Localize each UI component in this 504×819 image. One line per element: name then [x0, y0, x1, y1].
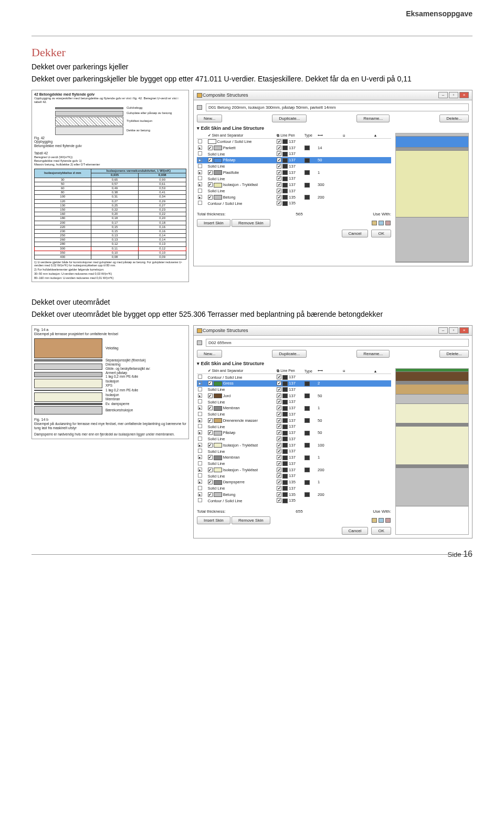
dlg2-title: Composite Structures	[203, 328, 248, 333]
cancel-button[interactable]: Cancel	[342, 527, 369, 535]
table-row[interactable]: ▸✔ Jord✔ 13750	[197, 393, 391, 399]
table-row[interactable]: ▸✔ Gress✔ 1372	[197, 380, 391, 387]
wall-icon[interactable]	[372, 221, 377, 225]
table-row[interactable]: ▸✔ Betong✔ 135200	[197, 492, 391, 498]
structure-selector-2[interactable]: D02 655mm	[206, 339, 469, 347]
book-icon	[197, 328, 202, 333]
roof-icon[interactable]	[385, 221, 391, 225]
wall-icon[interactable]	[372, 518, 377, 523]
table-row[interactable]: Contour / Solid Line✔ 137	[197, 374, 391, 381]
table-row[interactable]: ▸✔ Parkett✔ 13714	[197, 145, 391, 151]
preview-1	[395, 133, 469, 263]
table-row[interactable]: ▸✔ Påstøp✔ 13750	[197, 430, 391, 436]
table-row[interactable]: Solid Line✔ 137	[197, 485, 391, 492]
maximize-icon[interactable]: ▫	[449, 92, 458, 98]
rule-bottom	[32, 554, 472, 555]
thickness-label: Total thickness:	[197, 509, 226, 514]
col-skin: Skin and Separator	[212, 369, 243, 372]
minimize-icon[interactable]: –	[438, 327, 448, 334]
table-row[interactable]: ▸✔ Isolasjon - Trykkfast✔ 137100	[197, 442, 391, 449]
edit-skin-label: Edit Skin and Line Structure	[201, 361, 265, 366]
table-row[interactable]: ▸✔ Drenerende masser✔ 13750	[197, 418, 391, 424]
maximize-icon[interactable]: ▫	[449, 327, 458, 334]
dialog-2: Composite Structures – ▫ × D02 655mm New…	[193, 325, 472, 538]
fig42-panel: 42 Betongdekke med flytende golv Oppbygg…	[32, 90, 189, 283]
table-row[interactable]: ▸✔ Dampsperre✔ 1351	[197, 479, 391, 485]
slab-icon[interactable]	[379, 518, 384, 523]
table-row[interactable]: ▸✔ Membran✔ 1371	[197, 454, 391, 461]
subheading-1: Dekket over parkerings kjeller	[32, 63, 472, 71]
slab-icon[interactable]	[379, 221, 384, 225]
new-button[interactable]: New...	[197, 350, 222, 358]
layers-icon	[197, 340, 202, 345]
table-row[interactable]: Contour / Solid Line✔ 137	[197, 138, 391, 145]
ok-button[interactable]: OK	[371, 527, 391, 535]
usewith-label: Use With:	[373, 212, 391, 216]
table-row[interactable]: Solid Line✔ 137	[197, 423, 391, 430]
duplicate-button[interactable]: Duplicate...	[272, 115, 307, 122]
col-skin: Skin and Separator	[212, 133, 243, 137]
col-type: Type	[303, 133, 317, 139]
table-row[interactable]: ▸✔ Påstøp✔ 13750	[197, 157, 391, 163]
table-row[interactable]: Solid Line✔ 137	[197, 151, 391, 157]
close-icon[interactable]: ×	[459, 92, 469, 98]
roof-icon[interactable]	[385, 518, 391, 523]
fig14a-desc: Eksempel på terrasse prosjektert for omf…	[34, 332, 186, 336]
rule-top	[32, 36, 472, 36]
new-button[interactable]: New...	[197, 115, 222, 122]
table-row[interactable]: ▸✔ Betong✔ 135200	[197, 194, 391, 201]
insert-skin-button[interactable]: Insert Skin	[197, 219, 230, 227]
table-row[interactable]: Contour / Solid Line✔ 135	[197, 200, 391, 206]
insert-skin-button[interactable]: Insert Skin	[197, 516, 230, 524]
table-row[interactable]: Solid Line✔ 137	[197, 387, 391, 393]
th-0035: 0,035	[91, 173, 139, 178]
body-1: Dekket over parkeringskjeller ble bygget…	[32, 74, 472, 85]
skin-table-1[interactable]: ✔ Skin and Separator ⧉ Line Pen Type ⟷ ⧈…	[197, 133, 391, 207]
book-icon	[197, 93, 202, 98]
table-row[interactable]: Solid Line✔ 137	[197, 461, 391, 467]
fn4: 80–160 mm isolasjon: U-verdien reduseres…	[34, 276, 186, 279]
fig14b-desc: Eksempel på duoløsning for terrasse med …	[34, 422, 186, 430]
ok-button[interactable]: OK	[371, 230, 391, 237]
label-golvplate: Golvplate eller påstøp av betong	[127, 111, 172, 115]
table-row[interactable]: Solid Line✔ 137	[197, 188, 391, 194]
fig42-intro: Oppbygging av etasjeskiller med betongde…	[34, 97, 186, 104]
tab42-sub3: Massiv betong, hulldekke 2) eller DT-ele…	[34, 163, 186, 167]
skin-table-2[interactable]: ✔ Skin and Separator ⧉ Line Pen Type ⟷ ⧈…	[197, 368, 391, 504]
table-row[interactable]: ▸✔ Isolasjon - Trykkfast✔ 137200	[197, 467, 391, 473]
fig14-desc3: Dampsperre er nødvendig hvis mer enn en …	[34, 432, 186, 437]
cancel-button[interactable]: Cancel	[342, 230, 369, 237]
thickness-label: Total thickness:	[197, 212, 226, 216]
duplicate-button[interactable]: Duplicate...	[272, 350, 307, 358]
minimize-icon[interactable]: –	[438, 92, 448, 98]
label-isolasjon: Trykkfast isolasjon	[127, 119, 152, 123]
fn1: 1) U-verdiene gjelder både for konstruks…	[34, 261, 186, 267]
usewith-label: Use With:	[373, 509, 391, 514]
remove-skin-button[interactable]: Remove Skin	[232, 516, 270, 524]
edit-skin-label: Edit Skin and Line Structure	[201, 126, 265, 131]
preview-2	[395, 368, 469, 535]
th-0038: 0,038	[139, 173, 186, 178]
rename-button[interactable]: Rename...	[356, 115, 390, 122]
table-row[interactable]: ▸✔ Isolasjon - Trykkfast✔ 137300	[197, 182, 391, 188]
table-row[interactable]: ▸✔ Membran✔ 1371	[197, 405, 391, 411]
delete-button[interactable]: Delete...	[439, 350, 469, 358]
structure-selector[interactable]: D01 Betong 200mm, isolasjon 300mm, påstø…	[206, 103, 469, 111]
table-row[interactable]: Solid Line✔ 137	[197, 448, 391, 454]
remove-skin-button[interactable]: Remove Skin	[232, 219, 270, 227]
table-row[interactable]: Contour / Solid Line✔ 135	[197, 497, 391, 504]
table-row[interactable]: Solid Line✔ 137	[197, 436, 391, 442]
table-row[interactable]: Solid Line✔ 137	[197, 473, 391, 479]
table-row[interactable]: Solid Line✔ 137	[197, 399, 391, 405]
header-label: Eksamensoppgave	[406, 9, 472, 18]
table-row[interactable]: Solid Line✔ 137	[197, 175, 391, 182]
delete-button[interactable]: Delete...	[439, 115, 469, 122]
tab42-sub1: Beregnet U-verdi (W/(m²K))	[34, 155, 186, 159]
col-pen: Line Pen	[280, 369, 295, 372]
table-row[interactable]: Solid Line✔ 137	[197, 163, 391, 170]
table-row[interactable]: Solid Line✔ 137	[197, 411, 391, 418]
table-row[interactable]: ▸✔ Plastfolie✔ 1371	[197, 170, 391, 176]
th-lambda: Isolasjonens varmekonduktivitet, λ W/(mK…	[91, 169, 186, 173]
close-icon[interactable]: ×	[459, 327, 469, 334]
rename-button[interactable]: Rename...	[356, 350, 390, 358]
